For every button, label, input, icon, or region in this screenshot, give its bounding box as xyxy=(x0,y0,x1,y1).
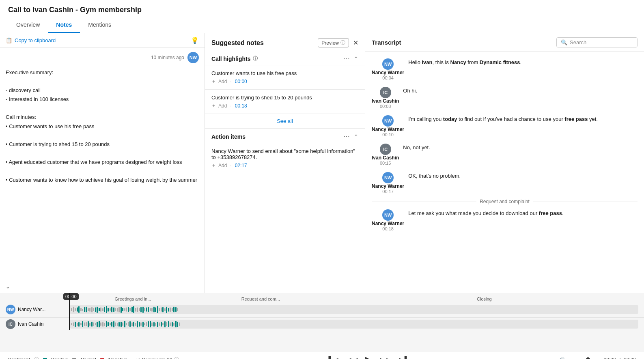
positive-dot xyxy=(43,358,47,359)
segment-greetings: Greetings and in... xyxy=(69,297,197,301)
avatar-ic-1: IC xyxy=(380,87,391,98)
waveform-name-ic: Ivan Cashin xyxy=(18,321,43,327)
transcript-message-5: NW Nancy Warner 00:17 OK, that's no prob… xyxy=(365,169,644,197)
close-suggested-notes-button[interactable]: ✕ xyxy=(353,39,358,47)
waveform-name-nw: Nancy War... xyxy=(18,307,45,312)
msg-body-6: Let me ask you what made you decide to d… xyxy=(408,209,638,231)
msg-body-2: Oh hi. xyxy=(403,87,638,109)
copy-to-clipboard-button[interactable]: 📋 Copy to clipboard xyxy=(6,37,56,43)
waveform-avatar-nw: NW xyxy=(6,305,15,314)
skip-to-start-button[interactable]: ▌◄ xyxy=(329,356,340,359)
notes-content: Executive summary: - discovery call - In… xyxy=(0,65,205,190)
bulb-icon[interactable]: 💡 xyxy=(191,37,199,44)
tab-notes[interactable]: Notes xyxy=(48,17,80,33)
action-item-1: Nancy Warner to send email about "some h… xyxy=(205,143,365,173)
tab-mentions[interactable]: Mentions xyxy=(80,17,119,33)
waveform-track-ic[interactable] xyxy=(70,320,638,329)
waveform-avatar-ic: IC xyxy=(6,319,15,329)
avatar-nw-2: NW xyxy=(382,115,394,127)
speaker-name-1: Nancy Warner xyxy=(372,70,404,75)
rewind-button[interactable]: ◄◄ xyxy=(346,356,359,359)
highlight-add-link-2[interactable]: + Add · 00:18 xyxy=(211,103,358,109)
transcript-title: Transcript xyxy=(372,39,401,46)
speaker-name-3: Nancy Warner xyxy=(372,127,404,132)
timestamp-row: 10 minutes ago NW xyxy=(0,48,205,65)
transcript-message-4: IC Ivan Cashin 00:15 No, not yet. xyxy=(365,140,644,169)
transcript-message-3: NW Nancy Warner 00:10 I'm calling you to… xyxy=(365,112,644,140)
highlight-timestamp-1[interactable]: 00:00 xyxy=(235,79,247,84)
msg-time-3: 00:10 xyxy=(382,132,394,137)
chevron-down-icon[interactable]: ⌄ xyxy=(6,284,10,290)
skip-to-end-button[interactable]: ►▌ xyxy=(398,356,409,359)
notes-toolbar: 📋 Copy to clipboard 💡 xyxy=(0,33,205,48)
see-all-link[interactable]: See all xyxy=(277,118,293,124)
highlights-info-icon: ⓘ xyxy=(253,55,258,62)
msg-body-1: Hello Ivan, this is Nancy from Dynamic f… xyxy=(408,58,638,80)
neutral-dot xyxy=(72,358,76,359)
highlight-text-1: Customer wants to use his free pass xyxy=(211,70,358,76)
highlight-text-2: Customer is trying to shed 15 to 20 poun… xyxy=(211,95,358,101)
segment-request: Request and com... xyxy=(197,297,325,301)
negative-dot xyxy=(100,358,104,359)
see-all-highlights[interactable]: See all xyxy=(205,114,365,129)
transcript-search-box[interactable]: 🔍 Search xyxy=(556,37,638,47)
page-title: Call to Ivan Cashin - Gym membership xyxy=(0,0,644,17)
info-icon: ⓘ xyxy=(340,39,345,46)
search-icon: 🔍 xyxy=(561,39,567,45)
msg-body-4: No, not yet. xyxy=(403,144,638,166)
call-highlights-title: Call highlights ⓘ xyxy=(211,55,258,62)
checkbox-icon: ☑ xyxy=(136,357,140,359)
bottom-bar: Sentiment ⓘ Positive Neutral Negative ☑ … xyxy=(0,352,644,359)
comments-section[interactable]: ☑ Comments (0) ⓘ xyxy=(136,356,179,359)
msg-time-6: 00:18 xyxy=(382,226,394,231)
transcript-panel: Transcript 🔍 Search NW Nancy Warner 00:0… xyxy=(365,33,644,293)
notes-panel: 📋 Copy to clipboard 💡 10 minutes ago NW … xyxy=(0,33,205,293)
action-items-more-button[interactable]: ⋯ xyxy=(343,133,351,140)
highlight-timestamp-2[interactable]: 00:18 xyxy=(235,103,247,109)
info-icon-sentiment: ⓘ xyxy=(34,356,39,359)
tabs-bar: Overview Notes Mentions xyxy=(0,17,644,33)
action-item-text-1: Nancy Warner to send email about "some h… xyxy=(211,148,358,160)
comments-label: Comments (0) xyxy=(142,357,172,359)
action-add-link-1[interactable]: + Add · 02:17 xyxy=(211,163,358,168)
neutral-label: Neutral xyxy=(80,357,96,359)
waveform-track-nw[interactable] xyxy=(70,305,638,314)
info-icon-comments: ⓘ xyxy=(174,356,179,359)
call-highlights-header: Call highlights ⓘ ⋯ ⌃ xyxy=(205,51,365,65)
call-highlights-collapse-button[interactable]: ⌃ xyxy=(354,56,358,62)
add-plus-icon-1: + xyxy=(212,79,215,84)
suggested-notes-header: Suggested notes Preview ⓘ ✕ xyxy=(205,33,365,51)
highlight-add-link-1[interactable]: + Add · 00:00 xyxy=(211,79,358,84)
msg-body-3: I'm calling you today to find out if you… xyxy=(408,115,638,137)
call-highlights-more-button[interactable]: ⋯ xyxy=(343,55,351,62)
positive-label: Positive xyxy=(51,357,68,359)
msg-time-2: 00:08 xyxy=(380,104,391,109)
highlight-item-2: Customer is trying to shed 15 to 20 poun… xyxy=(205,89,365,114)
current-time: 00:00 xyxy=(604,357,616,359)
transcript-messages: NW Nancy Warner 00:04 Hello Ivan, this i… xyxy=(365,52,644,238)
avatar-nw-1: NW xyxy=(382,58,394,70)
tab-overview[interactable]: Overview xyxy=(8,17,48,33)
msg-time-1: 00:04 xyxy=(382,75,394,80)
divider-request-complaint: Request and complaint xyxy=(365,197,644,206)
action-items-collapse-button[interactable]: ⌃ xyxy=(354,133,358,140)
action-timestamp-1[interactable]: 02:17 xyxy=(235,163,247,168)
avatar-nw-4: NW xyxy=(382,209,394,221)
avatar-ic-2: IC xyxy=(380,144,391,155)
add-plus-icon-2: + xyxy=(212,103,215,109)
waveform-row-ic: IC Ivan Cashin xyxy=(0,318,644,331)
volume-icon[interactable]: 🔊 xyxy=(559,357,565,359)
speaker-name-2: Ivan Cashin xyxy=(372,98,399,104)
fast-forward-button[interactable]: ►► xyxy=(379,356,392,359)
suggested-notes-title: Suggested notes xyxy=(211,39,264,47)
action-items-header: Action items ⋯ ⌃ xyxy=(205,129,365,143)
main-layout: 📋 Copy to clipboard 💡 10 minutes ago NW … xyxy=(0,33,644,293)
transcript-message-6: NW Nancy Warner 00:18 Let me ask you wha… xyxy=(365,206,644,234)
playback-controls: ▌◄ ◄◄ ▶ ►► ►▌ xyxy=(179,355,558,359)
copy-label: Copy to clipboard xyxy=(15,37,56,43)
sentiment-label: Sentiment xyxy=(8,357,30,359)
msg-time-5: 00:17 xyxy=(382,189,394,194)
call-highlights-actions: ⋯ ⌃ xyxy=(343,55,358,62)
play-button[interactable]: ▶ xyxy=(365,355,372,359)
suggested-notes-panel: Suggested notes Preview ⓘ ✕ Call highlig… xyxy=(205,33,365,293)
